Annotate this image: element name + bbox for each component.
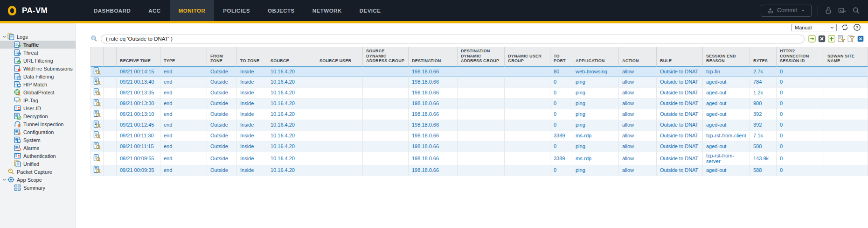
tab-acc[interactable]: ACC [139,0,169,21]
column-header-source_user[interactable]: SOURCE USER [316,47,363,66]
log-row[interactable]: 09/21 00:13:30endOutsideInside10.16.4.20… [90,99,868,109]
cell-src_dag [363,99,409,109]
sidebar-item-wildfire-submissions[interactable]: WildFire Submissions [0,64,76,72]
tab-monitor[interactable]: MONITOR [170,0,215,21]
log-row[interactable]: 09/21 00:11:30endOutsideInside10.16.4.20… [90,131,868,142]
cell-source: 10.16.4.20 [267,165,316,176]
cell-to_zone: Inside [237,77,267,88]
column-header-action[interactable]: ACTION [619,47,657,66]
column-header-sdwan_site[interactable]: SDWAN SITE NAME [824,47,868,66]
sidebar-item-user-id[interactable]: User-ID [0,104,76,112]
cell-type: end [160,109,207,120]
log-detail-icon[interactable] [93,99,101,107]
log-row[interactable]: 09/21 00:09:35endOutsideInside10.16.4.20… [90,165,868,176]
log-detail-icon[interactable] [93,78,101,85]
sidebar-item-system[interactable]: System [0,136,76,144]
lock-icon[interactable] [824,7,832,14]
column-header-to_zone[interactable]: TO ZONE [237,47,267,66]
sidebar-item-traffic[interactable]: Traffic [0,41,76,49]
sidebar-item-packet-capture[interactable]: Packet Capture [0,168,76,176]
column-header-dyn_user_group[interactable]: DYNAMIC USER GROUP [505,47,550,66]
tab-network[interactable]: NETWORK [304,0,351,21]
log-row[interactable]: 09/21 00:12:45endOutsideInside10.16.4.20… [90,120,868,131]
cell-from_zone: Outside [207,165,237,176]
column-header-bytes[interactable]: BYTES [750,47,777,66]
sidebar-item-alarms[interactable]: Alarms [0,144,76,152]
sidebar-item-summary[interactable]: Summary [0,184,76,192]
sidebar-item-url-filtering[interactable]: URL Filtering [0,57,76,64]
log-row[interactable]: 09/21 00:13:35endOutsideInside10.16.4.20… [90,88,868,99]
sidebar-item-hip-match[interactable]: HIP Match [0,80,76,88]
column-header-destination[interactable]: DESTINATION [409,47,458,66]
column-header-src_dag[interactable]: SOURCE DYNAMIC ADDRESS GROUP [363,47,409,66]
cell-http2_session_id: 0 [777,120,824,131]
app-header: PA-VM DASHBOARDACCMONITORPOLICIESOBJECTS… [0,0,868,21]
log-detail-icon[interactable] [93,110,101,117]
cell-destination: 198.18.0.66 [409,109,458,120]
column-header-receive_time[interactable]: RECEIVE TIME [117,47,160,66]
expander-chevron-icon[interactable] [1,35,7,39]
load-filter-button[interactable] [847,35,855,43]
traffic-icon [14,41,21,48]
log-detail-icon[interactable] [93,88,101,96]
sidebar-item-globalprotect[interactable]: GlobalProtect [0,88,76,96]
log-detail-icon[interactable] [93,121,101,128]
expander-chevron-icon[interactable] [1,178,7,182]
log-row[interactable]: 09/21 00:13:10endOutsideInside10.16.4.20… [90,109,868,120]
tab-objects[interactable]: OBJECTS [259,0,304,21]
cell-sdwan_site [824,152,868,165]
column-header-to_port[interactable]: TO PORT [550,47,572,66]
commit-button[interactable]: Commit [761,5,812,17]
cell-source: 10.16.4.20 [267,66,316,77]
log-row[interactable]: 09/21 00:09:55endOutsideInside10.16.4.20… [90,152,868,165]
sidebar-item-app-scope[interactable]: App Scope [0,176,76,184]
log-row[interactable]: 09/21 00:14:15endOutsideInside10.16.4.20… [90,66,868,77]
sidebar-item-unified[interactable]: Unified [0,160,76,168]
tab-dashboard[interactable]: DASHBOARD [85,0,139,21]
log-detail-icon[interactable] [93,67,101,75]
sidebar-item-data-filtering[interactable]: Data Filtering [0,72,76,80]
sidebar-item-logs[interactable]: Logs [0,33,76,41]
cell-dyn_user_group [505,142,550,152]
log-row[interactable]: 09/21 00:13:40endOutsideInside10.16.4.20… [90,77,868,88]
config-backup-icon[interactable] [838,7,846,14]
add-filter-button[interactable] [828,35,835,43]
cell-http2_session_id: 0 [777,66,824,77]
cell-to_port: 0 [550,165,572,176]
global-search-icon[interactable] [852,7,860,14]
log-detail-icon[interactable] [93,142,101,150]
sidebar-item-label: Unified [23,161,39,167]
save-filter-button[interactable] [838,35,845,43]
help-icon[interactable]: ? [853,23,861,31]
log-detail-icon[interactable] [93,166,101,173]
filter-input[interactable] [101,35,805,43]
sidebar-item-threat[interactable]: Threat [0,49,76,57]
clear-filter-button[interactable] [818,35,826,43]
sidebar-item-ip-tag[interactable]: IP-Tag [0,96,76,104]
log-row[interactable]: 09/21 00:11:15endOutsideInside10.16.4.20… [90,142,868,152]
column-header-rule[interactable]: RULE [657,47,703,66]
cell-type: end [160,99,207,109]
apply-filter-button[interactable] [808,35,816,43]
cell-dst_dag [458,120,505,131]
sidebar-item-tunnel-inspection[interactable]: Tunnel Inspection [0,120,76,128]
cell-to_port: 0 [550,88,572,99]
column-header-type[interactable]: TYPE [160,47,207,66]
column-header-from_zone[interactable]: FROM ZONE [207,47,237,66]
column-header-session_end_reason[interactable]: SESSION END REASON [703,47,750,66]
refresh-mode-select[interactable]: Manual [792,24,837,31]
refresh-icon[interactable] [841,23,849,31]
tab-policies[interactable]: POLICIES [214,0,259,21]
cell-bytes: 392 [750,109,777,120]
column-header-dst_dag[interactable]: DESTINATION DYNAMIC ADDRESS GROUP [458,47,505,66]
sidebar-item-decryption[interactable]: Decryption [0,112,76,120]
sidebar-item-configuration[interactable]: Configuration [0,128,76,136]
column-header-source[interactable]: SOURCE [267,47,316,66]
log-detail-icon[interactable] [93,131,101,139]
sidebar-item-authentication[interactable]: Authentication [0,152,76,160]
tab-device[interactable]: DEVICE [351,0,390,21]
export-csv-button[interactable] [857,36,864,42]
log-detail-icon[interactable] [93,154,101,162]
column-header-http2_session_id[interactable]: HTTP/2 CONNECTION SESSION ID [777,47,824,66]
column-header-application[interactable]: APPLICATION [572,47,619,66]
